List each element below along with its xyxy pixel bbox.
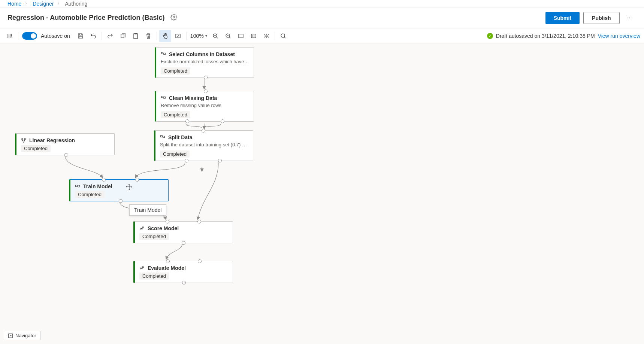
screenshot-icon (175, 33, 181, 39)
svg-point-18 (23, 141, 24, 143)
hand-icon (162, 33, 168, 39)
input-port[interactable] (102, 178, 106, 182)
node-status: Completed (160, 150, 190, 158)
status-success-icon: ✓ (487, 33, 493, 39)
navigator-button[interactable]: Navigator (4, 331, 40, 340)
input-port[interactable] (166, 259, 170, 263)
actual-size-button[interactable] (248, 30, 260, 42)
node-desc: Exclude normalized losses which have man… (161, 59, 249, 65)
search-icon (280, 33, 286, 39)
save-icon (78, 33, 84, 39)
toolbar: Autosave on 100% ▾ (0, 28, 644, 43)
breadcrumb-home[interactable]: Home (7, 1, 21, 7)
page-header: Regression - Automobile Price Prediction… (0, 7, 644, 28)
node-split-data[interactable]: Split Data Split the dataset into traini… (154, 130, 253, 161)
node-title-text: Score Model (148, 225, 179, 231)
paste-button[interactable] (130, 30, 142, 42)
svg-rect-12 (161, 96, 163, 98)
output-port[interactable] (185, 119, 189, 123)
undo-button[interactable] (87, 30, 99, 42)
node-status: Completed (21, 145, 51, 152)
page-title: Regression - Automobile Price Prediction… (7, 14, 164, 22)
redo-icon (107, 33, 113, 39)
chevron-down-icon: ▾ (205, 34, 207, 38)
input-port[interactable] (135, 178, 139, 182)
autolayout-button[interactable] (260, 30, 272, 42)
search-button[interactable] (277, 30, 289, 42)
settings-button[interactable] (169, 12, 179, 23)
navigator-label: Navigator (15, 333, 36, 338)
screenshot-button[interactable] (172, 30, 184, 42)
breadcrumb-sep-icon: 〉 (57, 1, 61, 6)
node-clean-missing[interactable]: Clean Missing Data Remove missing value … (155, 91, 254, 122)
autosave-label: Autosave on (41, 33, 70, 39)
module-icon (75, 184, 80, 189)
node-title-text: Select Columns in Dataset (169, 51, 235, 57)
output-port[interactable] (119, 199, 123, 203)
node-title-text: Evaluate Model (148, 265, 186, 271)
output-port[interactable] (185, 159, 188, 162)
module-icon (139, 265, 145, 271)
tooltip: Train Model (129, 204, 166, 216)
output-port[interactable] (204, 76, 208, 79)
input-port[interactable] (204, 89, 208, 93)
svg-rect-4 (176, 34, 180, 38)
view-run-link[interactable]: View run overview (598, 33, 640, 39)
module-icon (161, 95, 166, 101)
delete-button[interactable] (142, 30, 154, 42)
svg-rect-19 (76, 185, 77, 187)
expand-icon (8, 333, 13, 338)
toolbar-separator (18, 32, 18, 40)
pan-button[interactable] (159, 30, 171, 42)
output-port[interactable] (218, 159, 222, 162)
svg-rect-8 (251, 34, 256, 38)
library-icon (7, 33, 13, 39)
node-linear-regression[interactable]: Linear Regression Completed (15, 133, 115, 155)
node-status: Completed (75, 191, 105, 198)
svg-rect-14 (161, 136, 162, 137)
fit-button[interactable] (235, 30, 247, 42)
autolayout-icon (263, 33, 269, 39)
autosave-toggle[interactable] (22, 32, 37, 40)
node-title-text: Clean Missing Data (169, 95, 217, 101)
zoom-out-button[interactable] (222, 30, 234, 42)
input-port[interactable] (166, 220, 169, 223)
save-button[interactable] (75, 30, 87, 42)
publish-button[interactable]: Publish (583, 12, 620, 24)
breadcrumb-designer[interactable]: Designer (33, 1, 54, 7)
toolbar-separator (102, 32, 102, 40)
copy-icon (120, 33, 126, 39)
node-status: Completed (139, 233, 169, 240)
submit-button[interactable]: Submit (545, 12, 580, 24)
node-status: Completed (161, 111, 190, 118)
input-port[interactable] (198, 259, 202, 263)
copy-button[interactable] (117, 30, 129, 42)
output-port[interactable] (182, 241, 185, 245)
svg-rect-15 (163, 136, 164, 138)
toolbar-separator (157, 32, 157, 40)
svg-rect-2 (134, 34, 137, 39)
svg-rect-7 (239, 34, 243, 38)
node-score-model[interactable]: Score Model Completed (133, 221, 233, 243)
output-port[interactable] (221, 119, 224, 123)
zoom-value: 100% (190, 33, 204, 39)
input-port[interactable] (202, 129, 205, 133)
node-train-model[interactable]: Train Model Completed (69, 179, 169, 201)
input-port[interactable] (197, 220, 201, 223)
delete-icon (145, 33, 151, 39)
zoom-dropdown[interactable]: 100% ▾ (190, 33, 207, 39)
undo-icon (90, 33, 96, 39)
output-port[interactable] (182, 281, 186, 284)
gear-icon (170, 14, 177, 21)
zoom-in-icon (212, 33, 218, 39)
module-icon (160, 135, 165, 140)
redo-button[interactable] (104, 30, 116, 42)
node-evaluate-model[interactable]: Evaluate Model Completed (133, 261, 233, 283)
paste-icon (133, 33, 139, 39)
more-button[interactable]: ··· (623, 13, 637, 23)
zoom-in-button[interactable] (209, 30, 221, 42)
pipeline-canvas[interactable]: Select Columns in Dataset Exclude normal… (0, 43, 644, 344)
node-select-columns[interactable]: Select Columns in Dataset Exclude normal… (155, 47, 254, 78)
output-port[interactable] (64, 153, 68, 157)
library-button[interactable] (4, 30, 16, 42)
